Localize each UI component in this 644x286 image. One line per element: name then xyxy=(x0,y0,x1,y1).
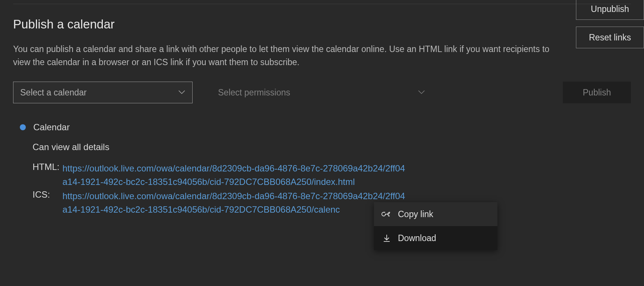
download-menu-item[interactable]: Download xyxy=(374,226,497,250)
html-link-row: HTML: https://outlook.live.com/owa/calen… xyxy=(33,162,407,189)
published-calendar-item: Calendar Can view all details HTML: http… xyxy=(13,122,631,217)
html-link-url[interactable]: https://outlook.live.com/owa/calendar/8d… xyxy=(62,162,407,189)
calendar-select[interactable]: Select a calendar xyxy=(13,82,193,103)
ics-link-row: ICS: https://outlook.live.com/owa/calend… xyxy=(33,189,407,216)
calendar-color-dot xyxy=(20,124,26,130)
ics-link-url[interactable]: https://outlook.live.com/owa/calendar/8d… xyxy=(62,189,407,216)
permissions-select[interactable]: Select permissions xyxy=(211,82,432,103)
context-menu: Copy link Download xyxy=(374,202,497,250)
calendar-select-placeholder: Select a calendar xyxy=(20,88,87,98)
copy-link-menu-item[interactable]: Copy link xyxy=(374,202,497,226)
download-icon xyxy=(381,233,392,243)
permission-level: Can view all details xyxy=(33,142,407,152)
unpublish-button[interactable]: Unpublish xyxy=(576,0,644,20)
calendar-details: Can view all details HTML: https://outlo… xyxy=(20,142,407,217)
copy-link-label: Copy link xyxy=(398,209,433,219)
calendar-name: Calendar xyxy=(33,122,70,133)
reset-links-button[interactable]: Reset links xyxy=(576,27,644,48)
action-buttons: Unpublish Reset links xyxy=(576,0,644,48)
html-link-label: HTML: xyxy=(33,162,62,189)
controls-row: Select a calendar Select permissions Pub… xyxy=(13,82,631,103)
section-title: Publish a calendar xyxy=(13,17,631,31)
chevron-down-icon xyxy=(178,89,185,96)
permissions-select-placeholder: Select permissions xyxy=(218,88,290,98)
link-icon xyxy=(381,209,392,219)
calendar-header: Calendar xyxy=(20,122,631,133)
chevron-down-icon xyxy=(418,89,425,96)
publish-button[interactable]: Publish xyxy=(563,82,631,103)
download-label: Download xyxy=(398,233,436,243)
ics-link-label: ICS: xyxy=(33,189,62,216)
section-description: You can publish a calendar and share a l… xyxy=(13,43,567,69)
